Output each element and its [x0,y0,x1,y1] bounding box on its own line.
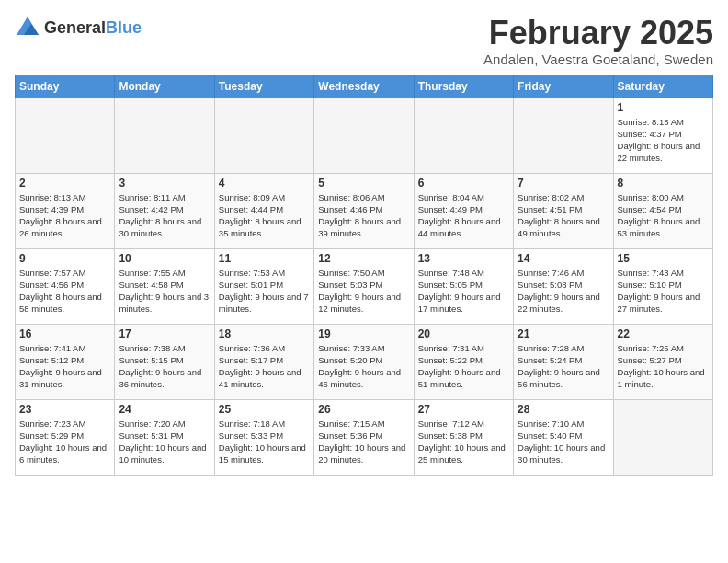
day-number: 6 [418,177,509,190]
calendar-day-cell: 6Sunrise: 8:04 AM Sunset: 4:49 PM Daylig… [414,173,513,248]
calendar-day-cell: 17Sunrise: 7:38 AM Sunset: 5:15 PM Dayli… [115,324,214,399]
calendar-day-cell [115,98,214,173]
calendar-day-cell: 20Sunrise: 7:31 AM Sunset: 5:22 PM Dayli… [414,324,513,399]
day-info: Sunrise: 7:33 AM Sunset: 5:20 PM Dayligh… [318,342,409,391]
calendar-day-cell [214,98,313,173]
day-info: Sunrise: 8:15 AM Sunset: 4:37 PM Dayligh… [618,116,709,165]
calendar-day-cell: 14Sunrise: 7:46 AM Sunset: 5:08 PM Dayli… [514,248,613,324]
day-info: Sunrise: 7:53 AM Sunset: 5:01 PM Dayligh… [219,267,310,316]
calendar-header-row: SundayMondayTuesdayWednesdayThursdayFrid… [16,75,713,98]
calendar-day-cell: 15Sunrise: 7:43 AM Sunset: 5:10 PM Dayli… [613,248,712,324]
day-number: 17 [119,327,210,340]
day-info: Sunrise: 7:31 AM Sunset: 5:22 PM Dayligh… [418,342,509,391]
calendar-day-cell: 16Sunrise: 7:41 AM Sunset: 5:12 PM Dayli… [16,324,115,399]
day-number: 25 [219,403,310,416]
day-info: Sunrise: 8:09 AM Sunset: 4:44 PM Dayligh… [219,191,310,240]
calendar-day-cell [16,98,115,173]
calendar-week-row: 23Sunrise: 7:23 AM Sunset: 5:29 PM Dayli… [16,399,713,475]
calendar-day-cell: 11Sunrise: 7:53 AM Sunset: 5:01 PM Dayli… [214,248,313,324]
calendar-day-cell: 13Sunrise: 7:48 AM Sunset: 5:05 PM Dayli… [414,248,513,324]
header: GeneralBlue February 2025 Andalen, Vaest… [15,15,713,67]
calendar-day-cell: 10Sunrise: 7:55 AM Sunset: 4:58 PM Dayli… [115,248,214,324]
day-info: Sunrise: 7:43 AM Sunset: 5:10 PM Dayligh… [618,267,709,316]
day-number: 23 [19,403,110,416]
calendar-day-cell: 2Sunrise: 8:13 AM Sunset: 4:39 PM Daylig… [16,173,115,248]
calendar-day-cell [314,98,414,173]
day-number: 1 [618,101,709,114]
day-info: Sunrise: 7:41 AM Sunset: 5:12 PM Dayligh… [19,342,110,391]
logo-text-blue: Blue [106,18,142,37]
calendar-header-sunday: Sunday [16,75,115,98]
calendar-day-cell [613,399,712,475]
day-number: 14 [518,252,609,265]
day-number: 4 [219,177,310,190]
calendar-day-cell: 18Sunrise: 7:36 AM Sunset: 5:17 PM Dayli… [214,324,313,399]
calendar-header-tuesday: Tuesday [214,75,313,98]
day-info: Sunrise: 7:46 AM Sunset: 5:08 PM Dayligh… [518,267,609,316]
day-number: 21 [518,327,609,340]
day-info: Sunrise: 7:36 AM Sunset: 5:17 PM Dayligh… [219,342,310,391]
calendar-day-cell: 28Sunrise: 7:10 AM Sunset: 5:40 PM Dayli… [514,399,613,475]
logo-icon [15,15,40,40]
calendar-day-cell: 19Sunrise: 7:33 AM Sunset: 5:20 PM Dayli… [314,324,414,399]
day-number: 2 [19,177,110,190]
calendar-day-cell: 9Sunrise: 7:57 AM Sunset: 4:56 PM Daylig… [16,248,115,324]
calendar-day-cell: 21Sunrise: 7:28 AM Sunset: 5:24 PM Dayli… [514,324,613,399]
calendar-day-cell: 4Sunrise: 8:09 AM Sunset: 4:44 PM Daylig… [214,173,313,248]
day-info: Sunrise: 7:57 AM Sunset: 4:56 PM Dayligh… [19,267,110,316]
calendar-header-monday: Monday [115,75,214,98]
calendar-day-cell: 3Sunrise: 8:11 AM Sunset: 4:42 PM Daylig… [115,173,214,248]
day-number: 28 [518,403,609,416]
calendar-week-row: 9Sunrise: 7:57 AM Sunset: 4:56 PM Daylig… [16,248,713,324]
calendar-day-cell: 8Sunrise: 8:00 AM Sunset: 4:54 PM Daylig… [613,173,712,248]
calendar-day-cell: 5Sunrise: 8:06 AM Sunset: 4:46 PM Daylig… [314,173,414,248]
day-number: 13 [418,252,509,265]
calendar-day-cell [514,98,613,173]
calendar-day-cell: 24Sunrise: 7:20 AM Sunset: 5:31 PM Dayli… [115,399,214,475]
calendar-day-cell: 22Sunrise: 7:25 AM Sunset: 5:27 PM Dayli… [613,324,712,399]
day-number: 11 [219,252,310,265]
month-title: February 2025 [483,15,713,52]
day-info: Sunrise: 7:12 AM Sunset: 5:38 PM Dayligh… [418,418,509,466]
day-number: 15 [618,252,709,265]
day-info: Sunrise: 8:11 AM Sunset: 4:42 PM Dayligh… [119,191,210,240]
day-info: Sunrise: 8:13 AM Sunset: 4:39 PM Dayligh… [19,191,110,240]
calendar-week-row: 1Sunrise: 8:15 AM Sunset: 4:37 PM Daylig… [16,98,713,173]
day-info: Sunrise: 8:02 AM Sunset: 4:51 PM Dayligh… [518,191,609,240]
calendar-week-row: 2Sunrise: 8:13 AM Sunset: 4:39 PM Daylig… [16,173,713,248]
day-number: 26 [318,403,409,416]
day-info: Sunrise: 8:06 AM Sunset: 4:46 PM Dayligh… [318,191,409,240]
day-info: Sunrise: 8:04 AM Sunset: 4:49 PM Dayligh… [418,191,509,240]
day-number: 3 [119,177,210,190]
day-info: Sunrise: 7:25 AM Sunset: 5:27 PM Dayligh… [618,342,709,391]
day-info: Sunrise: 7:50 AM Sunset: 5:03 PM Dayligh… [318,267,409,316]
day-info: Sunrise: 7:38 AM Sunset: 5:15 PM Dayligh… [119,342,210,391]
day-info: Sunrise: 7:10 AM Sunset: 5:40 PM Dayligh… [518,418,609,466]
calendar-day-cell: 23Sunrise: 7:23 AM Sunset: 5:29 PM Dayli… [16,399,115,475]
calendar-day-cell: 26Sunrise: 7:15 AM Sunset: 5:36 PM Dayli… [314,399,414,475]
calendar-header-saturday: Saturday [613,75,712,98]
title-area: February 2025 Andalen, Vaestra Goetaland… [483,15,713,67]
day-number: 9 [19,252,110,265]
logo-text-general: General [44,18,106,37]
location-title: Andalen, Vaestra Goetaland, Sweden [483,52,713,67]
day-info: Sunrise: 8:00 AM Sunset: 4:54 PM Dayligh… [618,191,709,240]
calendar-day-cell: 1Sunrise: 8:15 AM Sunset: 4:37 PM Daylig… [613,98,712,173]
day-number: 24 [119,403,210,416]
day-number: 7 [518,177,609,190]
day-info: Sunrise: 7:18 AM Sunset: 5:33 PM Dayligh… [219,418,310,466]
day-info: Sunrise: 7:20 AM Sunset: 5:31 PM Dayligh… [119,418,210,466]
calendar: SundayMondayTuesdayWednesdayThursdayFrid… [15,75,713,476]
day-number: 20 [418,327,509,340]
day-number: 22 [618,327,709,340]
calendar-day-cell: 7Sunrise: 8:02 AM Sunset: 4:51 PM Daylig… [514,173,613,248]
calendar-header-wednesday: Wednesday [314,75,414,98]
day-number: 27 [418,403,509,416]
day-number: 5 [318,177,409,190]
day-info: Sunrise: 7:23 AM Sunset: 5:29 PM Dayligh… [19,418,110,466]
calendar-day-cell: 25Sunrise: 7:18 AM Sunset: 5:33 PM Dayli… [214,399,313,475]
day-number: 16 [19,327,110,340]
calendar-day-cell [414,98,513,173]
day-number: 10 [119,252,210,265]
logo: GeneralBlue [15,15,142,40]
